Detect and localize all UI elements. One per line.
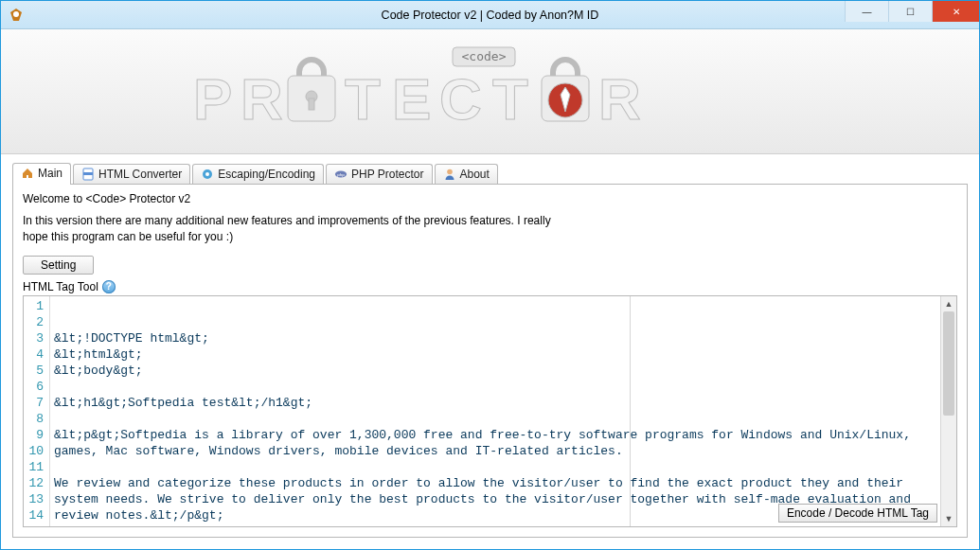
tool-label-row: HTML Tag Tool ? (23, 280, 957, 293)
tab-main[interactable]: Main (12, 163, 71, 185)
line-number: 11 (26, 459, 44, 475)
line-number: 12 (26, 475, 44, 491)
tab-about[interactable]: About (435, 164, 498, 184)
banner-logo: <code> P R T E C T R (121, 40, 860, 144)
titlebar: Code Protector v2 | Coded by Anon?M ID —… (1, 1, 979, 29)
person-icon (443, 168, 456, 181)
tool-label: HTML Tag Tool (23, 280, 98, 293)
svg-text:T: T (492, 66, 528, 132)
gear-icon (201, 168, 214, 181)
tab-label: HTML Converter (98, 168, 182, 181)
code-line: &lt;h1&gt;Softpedia test&lt;/h1&gt; (54, 395, 936, 411)
svg-text:C: C (439, 66, 482, 132)
encode-decode-button[interactable]: Encode / Decode HTML Tag (778, 504, 937, 523)
svg-text:R: R (241, 66, 283, 132)
tabpanel-main: Welcome to <Code> Protector v2 In this v… (12, 185, 968, 538)
tab-html-converter[interactable]: HTML Converter (73, 164, 190, 184)
code-line: &lt;body&gt; (54, 363, 936, 379)
scroll-thumb[interactable] (943, 311, 954, 416)
line-number: 10 (26, 443, 44, 459)
scroll-up-arrow[interactable]: ▲ (941, 296, 956, 311)
code-line: &lt;!DOCTYPE html&gt; (54, 330, 936, 346)
welcome-text: Welcome to <Code> Protector v2 (23, 192, 957, 205)
code-line (54, 523, 936, 526)
tab-php-protector[interactable]: php PHP Protector (326, 164, 432, 184)
code-line (54, 459, 936, 475)
svg-text:T: T (345, 66, 381, 132)
window-controls: — ☐ ✕ (845, 1, 979, 22)
svg-point-20 (447, 169, 453, 175)
code-line: &lt;html&gt; (54, 346, 936, 363)
code-line (54, 379, 936, 395)
code-area[interactable]: &lt;!DOCTYPE html&gt;&lt;html&gt;&lt;bod… (50, 296, 940, 526)
php-icon: php (334, 168, 347, 181)
code-line: &lt;p&gt;Softpedia is a library of over … (54, 427, 936, 443)
tab-label: Escaping/Encoding (218, 168, 315, 181)
code-line (54, 411, 936, 427)
line-number: 3 (26, 330, 44, 346)
line-number: 8 (26, 411, 44, 427)
code-line: We review and categorize these products … (54, 475, 936, 491)
line-number: 13 (26, 491, 44, 507)
tab-label: About (460, 168, 490, 181)
banner: <code> P R T E C T R (1, 29, 979, 154)
help-icon[interactable]: ? (102, 280, 116, 293)
vertical-scrollbar[interactable]: ▲ ▼ (940, 296, 956, 526)
svg-text:P: P (193, 66, 232, 132)
line-number: 5 (26, 363, 44, 379)
tabstrip: Main HTML Converter Escaping/Encoding ph… (12, 164, 968, 185)
line-number: 2 (26, 314, 44, 330)
line-number: 1 (26, 298, 44, 314)
minimize-button[interactable]: — (845, 1, 888, 22)
line-number: 6 (26, 379, 44, 395)
line-number: 14 (26, 507, 44, 523)
code-line: games, Mac software, Windows drivers, mo… (54, 443, 936, 459)
line-number: 9 (26, 427, 44, 443)
code-editor[interactable]: 12345678910111213141516 &lt;!DOCTYPE htm… (23, 295, 957, 527)
svg-rect-15 (83, 172, 93, 175)
line-number: 4 (26, 346, 44, 363)
svg-point-0 (13, 11, 19, 17)
maximize-button[interactable]: ☐ (888, 1, 932, 22)
tab-label: Main (38, 167, 62, 180)
window-title: Code Protector v2 | Coded by Anon?M ID (1, 9, 979, 22)
line-number: 15 (26, 523, 44, 527)
tab-label: PHP Protector (351, 168, 423, 181)
tab-escaping-encoding[interactable]: Escaping/Encoding (192, 164, 324, 184)
home-icon (21, 167, 34, 180)
line-number: 7 (26, 395, 44, 411)
line-gutter: 12345678910111213141516 (24, 296, 50, 526)
close-button[interactable]: ✕ (932, 1, 979, 22)
svg-text:E: E (392, 66, 431, 132)
svg-text:php: php (337, 172, 345, 177)
app-icon (9, 8, 24, 23)
html-file-icon (81, 168, 95, 181)
svg-point-17 (205, 172, 209, 176)
setting-button[interactable]: Setting (23, 256, 94, 275)
svg-text:R: R (598, 66, 641, 132)
content-area: Main HTML Converter Escaping/Encoding ph… (1, 154, 979, 549)
scroll-down-arrow[interactable]: ▼ (941, 511, 956, 526)
svg-text:<code>: <code> (461, 49, 506, 63)
svg-rect-7 (309, 98, 314, 110)
intro-text: In this version there are many additiona… (23, 213, 610, 246)
